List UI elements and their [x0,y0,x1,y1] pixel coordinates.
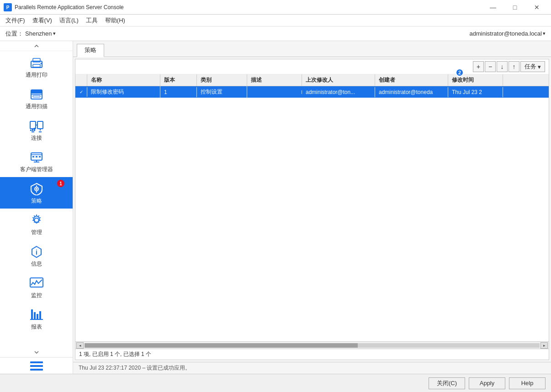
data-table: 名称 版本 类别 描述 上次修改人 创建者 修改时间 ✓ 限制修改密码 1 [75,74,549,341]
svg-point-30 [36,188,37,190]
scroll-thumb[interactable] [85,343,358,348]
col-header-category: 类别 [197,74,247,86]
row-desc [247,90,302,94]
sidebar-bottom-icon[interactable] [0,357,73,374]
step2-badge: 2 [456,68,464,77]
svg-rect-39 [30,361,43,363]
horizontal-scrollbar[interactable]: ◂ ▸ [75,341,549,349]
svg-rect-17 [30,130,32,131]
location-bar: 位置： Shenzhen ▾ administrator@toneda.loca… [0,26,551,41]
svg-rect-11 [37,121,43,129]
svg-rect-40 [30,365,43,367]
row-category: 控制设置 [197,86,247,98]
svg-rect-26 [39,156,41,157]
window-title: Parallels Remote Application Server Cons… [15,4,482,10]
svg-rect-34 [31,309,33,319]
help-button[interactable]: Help [509,377,546,389]
svg-rect-7 [31,90,42,94]
menu-language[interactable]: 语言(L) [56,16,82,26]
sidebar-items: 通用打印 通用扫描 [0,51,73,347]
sidebar-item-info[interactable]: i 信息 [0,240,73,272]
col-header-time: 修改时间 [448,74,503,86]
svg-rect-9 [33,95,40,97]
col-header-desc: 描述 [247,74,302,86]
sidebar-item-policy[interactable]: 策略 1 [0,177,73,209]
scroll-right-button[interactable]: ▸ [540,342,548,349]
location-dropdown[interactable]: Shenzhen ▾ [25,30,56,37]
col-header-modifier: 上次修改人 [302,74,375,86]
col-header-creator: 创建者 [375,74,448,86]
sidebar-item-label-connect: 连接 [31,134,42,142]
location-value-text: Shenzhen [25,30,52,37]
menu-help[interactable]: 帮助(H) [101,16,129,26]
minimize-button[interactable]: — [482,0,503,15]
sidebar-scroll-up[interactable] [0,41,73,51]
table-status-bar: 1 项, 已启用 1 个, 已选择 1 个 [75,349,549,360]
row-time: Thu Jul 23 2 [448,87,503,97]
close-button[interactable]: ✕ [526,0,547,15]
row-version: 1 [160,87,197,97]
tasks-label: 任务 [525,63,536,71]
location-chevron-icon: ▾ [53,31,56,37]
sidebar-item-label-manage: 管理 [31,229,42,236]
tasks-dropdown-button[interactable]: 任务 ▾ [520,61,545,72]
content-area: 策略 2 + − ↓ ↑ 任务 ▾ [73,41,551,374]
svg-rect-36 [37,314,38,319]
scroll-track[interactable] [85,343,540,348]
svg-rect-4 [33,64,40,67]
menu-view[interactable]: 查看(V) [29,16,56,26]
app-icon: P [4,3,12,11]
sidebar-item-print[interactable]: 通用打印 [0,51,73,83]
print-icon [28,56,45,70]
footer: 关闭(C) Apply Help [0,374,551,392]
scroll-left-button[interactable]: ◂ [76,342,84,349]
row-name: 限制修改密码 [87,86,160,98]
sidebar-item-report[interactable]: 报表 [0,303,73,335]
policy-badge: 1 [57,180,64,187]
svg-point-5 [40,63,42,64]
menu-bar: 文件(F) 查看(V) 语言(L) 工具 帮助(H) [0,15,551,26]
table-panel: 2 + − ↓ ↑ 任务 ▾ 名称 版本 类别 描述 [75,59,549,360]
log-text: Thu Jul 23 22:37:17 2020 – 设置已成功应用。 [79,365,191,371]
sidebar-item-manage[interactable]: 管理 [0,209,73,240]
report-icon [28,308,45,322]
row-checkbox[interactable]: ✓ [75,87,87,97]
log-bar: Thu Jul 23 22:37:17 2020 – 设置已成功应用。 [73,362,551,374]
tab-bar: 策略 [73,41,551,57]
apply-button[interactable]: Apply [469,377,505,389]
title-bar: P Parallels Remote Application Server Co… [0,0,551,15]
sidebar: 通用打印 通用扫描 [0,41,73,374]
main-area: 通用打印 通用扫描 [0,41,551,374]
window-controls: — □ ✕ [482,0,547,15]
sidebar-scroll-down[interactable] [0,347,73,357]
svg-rect-24 [32,156,34,157]
sidebar-item-monitor[interactable]: 监控 [0,272,73,303]
col-header-name: 名称 [87,74,160,86]
close-button-footer[interactable]: 关闭(C) [429,377,465,389]
remove-policy-button[interactable]: − [485,61,496,72]
sidebar-item-label-scan: 通用扫描 [26,103,48,110]
maximize-button[interactable]: □ [504,0,525,15]
svg-rect-41 [30,369,43,371]
row-creator: administrator@toneda [375,87,448,97]
tab-policy[interactable]: 策略 [77,44,104,57]
menu-tools[interactable]: 工具 [82,16,101,26]
sidebar-item-label-client-mgr: 客户端管理器 [20,166,53,173]
svg-text:P: P [6,5,10,10]
client-mgr-icon [28,150,45,165]
sidebar-item-scan[interactable]: 通用扫描 [0,83,73,114]
table-row[interactable]: ✓ 限制修改密码 1 控制设置 administrator@ton... adm… [75,86,549,98]
svg-rect-35 [34,312,36,319]
menu-file[interactable]: 文件(F) [2,16,29,26]
sidebar-item-connect[interactable]: 连接 [0,114,73,146]
manage-icon [28,213,45,228]
svg-rect-19 [34,128,35,131]
tasks-chevron-icon: ▾ [538,63,541,70]
sidebar-item-client-mgr[interactable]: 客户端管理器 [0,146,73,177]
table-body: ✓ 限制修改密码 1 控制设置 administrator@ton... adm… [75,86,549,341]
move-up-button[interactable]: ↑ [509,61,519,72]
move-down-button[interactable]: ↓ [497,61,508,72]
add-policy-button[interactable]: + [473,61,484,72]
admin-dropdown[interactable]: administrator@toneda.local ▾ [470,30,546,37]
svg-text:i: i [36,249,37,256]
